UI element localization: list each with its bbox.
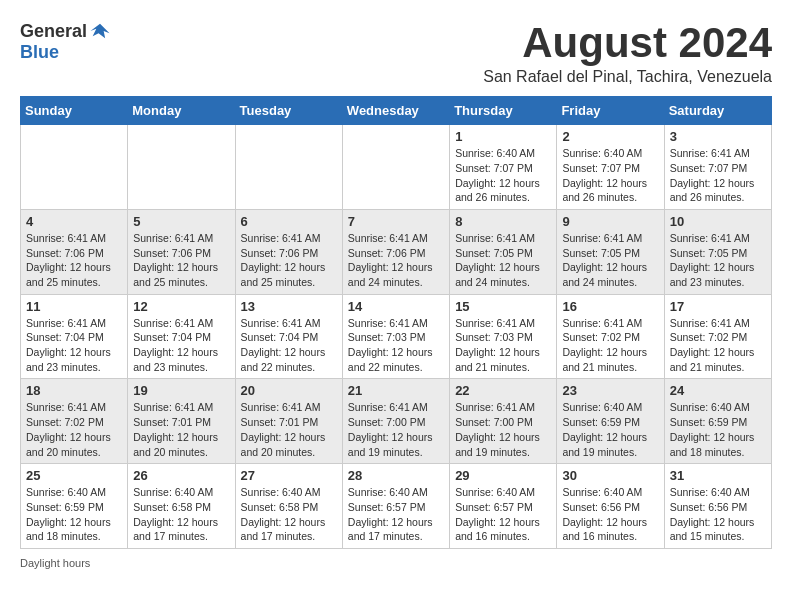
- day-number: 1: [455, 129, 551, 144]
- calendar-cell: 17Sunrise: 6:41 AMSunset: 7:02 PMDayligh…: [664, 294, 771, 379]
- day-number: 9: [562, 214, 658, 229]
- weekday-header-thursday: Thursday: [450, 97, 557, 125]
- day-info: Sunrise: 6:40 AMSunset: 6:59 PMDaylight:…: [670, 400, 766, 459]
- day-info: Sunrise: 6:41 AMSunset: 7:06 PMDaylight:…: [241, 231, 337, 290]
- page-header: General Blue August 2024 San Rafael del …: [20, 20, 772, 86]
- day-info: Sunrise: 6:41 AMSunset: 7:05 PMDaylight:…: [562, 231, 658, 290]
- day-number: 8: [455, 214, 551, 229]
- day-info: Sunrise: 6:40 AMSunset: 6:59 PMDaylight:…: [562, 400, 658, 459]
- day-number: 25: [26, 468, 122, 483]
- day-info: Sunrise: 6:40 AMSunset: 6:56 PMDaylight:…: [562, 485, 658, 544]
- calendar-cell: 30Sunrise: 6:40 AMSunset: 6:56 PMDayligh…: [557, 464, 664, 549]
- calendar-week-row: 11Sunrise: 6:41 AMSunset: 7:04 PMDayligh…: [21, 294, 772, 379]
- calendar-cell: [235, 125, 342, 210]
- calendar-cell: [21, 125, 128, 210]
- footer: Daylight hours: [20, 557, 772, 569]
- day-number: 23: [562, 383, 658, 398]
- day-number: 26: [133, 468, 229, 483]
- location-title: San Rafael del Pinal, Tachira, Venezuela: [483, 68, 772, 86]
- day-info: Sunrise: 6:41 AMSunset: 7:06 PMDaylight:…: [348, 231, 444, 290]
- logo-general-text: General: [20, 21, 87, 42]
- day-info: Sunrise: 6:40 AMSunset: 7:07 PMDaylight:…: [455, 146, 551, 205]
- calendar-cell: 5Sunrise: 6:41 AMSunset: 7:06 PMDaylight…: [128, 209, 235, 294]
- calendar-cell: 26Sunrise: 6:40 AMSunset: 6:58 PMDayligh…: [128, 464, 235, 549]
- calendar-cell: 28Sunrise: 6:40 AMSunset: 6:57 PMDayligh…: [342, 464, 449, 549]
- calendar-cell: 12Sunrise: 6:41 AMSunset: 7:04 PMDayligh…: [128, 294, 235, 379]
- calendar-week-row: 18Sunrise: 6:41 AMSunset: 7:02 PMDayligh…: [21, 379, 772, 464]
- calendar-cell: 27Sunrise: 6:40 AMSunset: 6:58 PMDayligh…: [235, 464, 342, 549]
- day-info: Sunrise: 6:41 AMSunset: 7:04 PMDaylight:…: [241, 316, 337, 375]
- day-number: 4: [26, 214, 122, 229]
- calendar-cell: 18Sunrise: 6:41 AMSunset: 7:02 PMDayligh…: [21, 379, 128, 464]
- logo: General Blue: [20, 20, 111, 63]
- day-info: Sunrise: 6:40 AMSunset: 6:58 PMDaylight:…: [133, 485, 229, 544]
- day-number: 28: [348, 468, 444, 483]
- calendar-cell: 10Sunrise: 6:41 AMSunset: 7:05 PMDayligh…: [664, 209, 771, 294]
- day-info: Sunrise: 6:41 AMSunset: 7:06 PMDaylight:…: [133, 231, 229, 290]
- daylight-label: Daylight hours: [20, 557, 90, 569]
- calendar-cell: 20Sunrise: 6:41 AMSunset: 7:01 PMDayligh…: [235, 379, 342, 464]
- calendar-table: SundayMondayTuesdayWednesdayThursdayFrid…: [20, 96, 772, 549]
- day-number: 27: [241, 468, 337, 483]
- day-info: Sunrise: 6:41 AMSunset: 7:01 PMDaylight:…: [133, 400, 229, 459]
- calendar-cell: 3Sunrise: 6:41 AMSunset: 7:07 PMDaylight…: [664, 125, 771, 210]
- calendar-week-row: 4Sunrise: 6:41 AMSunset: 7:06 PMDaylight…: [21, 209, 772, 294]
- calendar-week-row: 25Sunrise: 6:40 AMSunset: 6:59 PMDayligh…: [21, 464, 772, 549]
- day-number: 7: [348, 214, 444, 229]
- day-info: Sunrise: 6:41 AMSunset: 7:03 PMDaylight:…: [455, 316, 551, 375]
- day-number: 18: [26, 383, 122, 398]
- calendar-header-row: SundayMondayTuesdayWednesdayThursdayFrid…: [21, 97, 772, 125]
- day-info: Sunrise: 6:41 AMSunset: 7:06 PMDaylight:…: [26, 231, 122, 290]
- day-info: Sunrise: 6:41 AMSunset: 7:02 PMDaylight:…: [562, 316, 658, 375]
- day-number: 13: [241, 299, 337, 314]
- day-number: 10: [670, 214, 766, 229]
- weekday-header-sunday: Sunday: [21, 97, 128, 125]
- day-number: 22: [455, 383, 551, 398]
- day-info: Sunrise: 6:41 AMSunset: 7:07 PMDaylight:…: [670, 146, 766, 205]
- calendar-cell: 9Sunrise: 6:41 AMSunset: 7:05 PMDaylight…: [557, 209, 664, 294]
- calendar-cell: [342, 125, 449, 210]
- svg-marker-0: [91, 24, 110, 39]
- calendar-cell: 8Sunrise: 6:41 AMSunset: 7:05 PMDaylight…: [450, 209, 557, 294]
- day-number: 19: [133, 383, 229, 398]
- calendar-cell: 29Sunrise: 6:40 AMSunset: 6:57 PMDayligh…: [450, 464, 557, 549]
- day-info: Sunrise: 6:41 AMSunset: 7:04 PMDaylight:…: [26, 316, 122, 375]
- month-title: August 2024: [483, 20, 772, 66]
- calendar-cell: 19Sunrise: 6:41 AMSunset: 7:01 PMDayligh…: [128, 379, 235, 464]
- calendar-cell: 6Sunrise: 6:41 AMSunset: 7:06 PMDaylight…: [235, 209, 342, 294]
- day-info: Sunrise: 6:41 AMSunset: 7:02 PMDaylight:…: [670, 316, 766, 375]
- day-info: Sunrise: 6:40 AMSunset: 6:57 PMDaylight:…: [455, 485, 551, 544]
- day-info: Sunrise: 6:40 AMSunset: 6:56 PMDaylight:…: [670, 485, 766, 544]
- weekday-header-friday: Friday: [557, 97, 664, 125]
- title-block: August 2024 San Rafael del Pinal, Tachir…: [483, 20, 772, 86]
- day-number: 15: [455, 299, 551, 314]
- calendar-cell: 24Sunrise: 6:40 AMSunset: 6:59 PMDayligh…: [664, 379, 771, 464]
- day-info: Sunrise: 6:40 AMSunset: 7:07 PMDaylight:…: [562, 146, 658, 205]
- weekday-header-tuesday: Tuesday: [235, 97, 342, 125]
- calendar-cell: 21Sunrise: 6:41 AMSunset: 7:00 PMDayligh…: [342, 379, 449, 464]
- weekday-header-monday: Monday: [128, 97, 235, 125]
- calendar-cell: [128, 125, 235, 210]
- calendar-cell: 14Sunrise: 6:41 AMSunset: 7:03 PMDayligh…: [342, 294, 449, 379]
- day-info: Sunrise: 6:41 AMSunset: 7:01 PMDaylight:…: [241, 400, 337, 459]
- day-info: Sunrise: 6:40 AMSunset: 6:57 PMDaylight:…: [348, 485, 444, 544]
- calendar-cell: 23Sunrise: 6:40 AMSunset: 6:59 PMDayligh…: [557, 379, 664, 464]
- day-number: 12: [133, 299, 229, 314]
- day-number: 31: [670, 468, 766, 483]
- calendar-cell: 22Sunrise: 6:41 AMSunset: 7:00 PMDayligh…: [450, 379, 557, 464]
- weekday-header-saturday: Saturday: [664, 97, 771, 125]
- day-number: 29: [455, 468, 551, 483]
- logo-blue-text: Blue: [20, 42, 59, 62]
- day-number: 30: [562, 468, 658, 483]
- calendar-cell: 16Sunrise: 6:41 AMSunset: 7:02 PMDayligh…: [557, 294, 664, 379]
- day-number: 3: [670, 129, 766, 144]
- calendar-cell: 11Sunrise: 6:41 AMSunset: 7:04 PMDayligh…: [21, 294, 128, 379]
- day-info: Sunrise: 6:40 AMSunset: 6:59 PMDaylight:…: [26, 485, 122, 544]
- day-number: 20: [241, 383, 337, 398]
- calendar-cell: 25Sunrise: 6:40 AMSunset: 6:59 PMDayligh…: [21, 464, 128, 549]
- day-number: 14: [348, 299, 444, 314]
- day-number: 17: [670, 299, 766, 314]
- calendar-cell: 15Sunrise: 6:41 AMSunset: 7:03 PMDayligh…: [450, 294, 557, 379]
- calendar-cell: 7Sunrise: 6:41 AMSunset: 7:06 PMDaylight…: [342, 209, 449, 294]
- day-info: Sunrise: 6:40 AMSunset: 6:58 PMDaylight:…: [241, 485, 337, 544]
